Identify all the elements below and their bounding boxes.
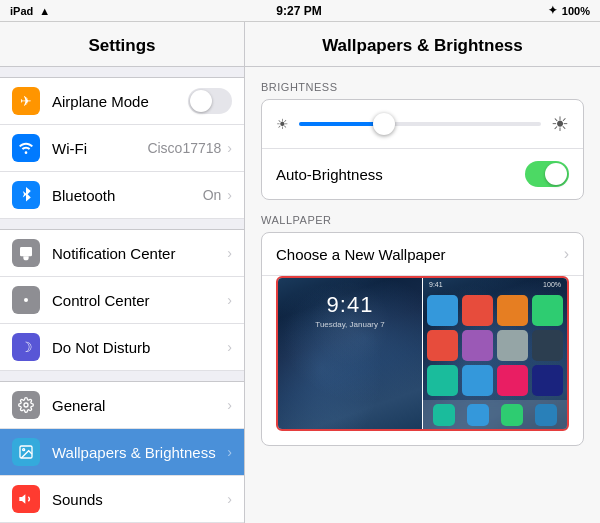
dock-icon-4 [535, 404, 557, 426]
app-icon-4 [532, 295, 563, 326]
general-chevron: › [227, 397, 232, 413]
home-status-right: 100% [543, 281, 561, 288]
bluetooth-icon: ✦ [548, 4, 557, 17]
app-icon-6 [462, 330, 493, 361]
lock-screen-bg: 9:41 Tuesday, January 7 [278, 278, 422, 429]
sidebar-label-donotdisturb: Do Not Disturb [52, 339, 227, 356]
detail-title: Wallpapers & Brightness [245, 22, 600, 67]
choose-wallpaper-row[interactable]: Choose a New Wallpaper › [262, 233, 583, 276]
sidebar-label-airplane: Airplane Mode [52, 93, 188, 110]
wifi-icon: ▲ [39, 5, 50, 17]
wallpaper-preview[interactable]: 9:41 Tuesday, January 7 9:41 100% [276, 276, 569, 431]
notifications-chevron: › [227, 245, 232, 261]
app-icon-2 [462, 295, 493, 326]
airplane-icon: ✈ [12, 87, 40, 115]
status-right: ✦ 100% [548, 4, 590, 17]
bluetooth-chevron: › [227, 187, 232, 203]
sidebar-spacer-3 [0, 371, 244, 381]
sidebar-label-general: General [52, 397, 227, 414]
app-icon-10 [462, 365, 493, 396]
donotdisturb-chevron: › [227, 339, 232, 355]
svg-point-3 [24, 403, 28, 407]
wallpaper-chevron: › [227, 444, 232, 460]
battery-percent: 100% [562, 5, 590, 17]
sidebar-label-wallpaper: Wallpapers & Brightness [52, 444, 227, 461]
sidebar-spacer-1 [0, 67, 244, 77]
sidebar-item-control[interactable]: Control Center › [0, 277, 244, 324]
lock-screen-preview[interactable]: 9:41 Tuesday, January 7 [278, 278, 422, 429]
sidebar-item-airplane[interactable]: ✈ Airplane Mode [0, 77, 244, 125]
sidebar-label-wifi: Wi-Fi [52, 140, 147, 157]
airplane-toggle[interactable] [188, 88, 232, 114]
app-icon-11 [497, 365, 528, 396]
status-time: 9:27 PM [276, 4, 321, 18]
control-chevron: › [227, 292, 232, 308]
sidebar-item-sounds[interactable]: Sounds › [0, 476, 244, 523]
app-icon-3 [497, 295, 528, 326]
donotdisturb-icon: ☽ [12, 333, 40, 361]
dock-icon-1 [433, 404, 455, 426]
app-icon-7 [497, 330, 528, 361]
sidebar-item-general[interactable]: General › [0, 381, 244, 429]
ipad-label: iPad [10, 5, 33, 17]
sun-large-icon: ☀ [551, 112, 569, 136]
sounds-chevron: › [227, 491, 232, 507]
bluetooth-icon [12, 181, 40, 209]
wallpaper-card: Choose a New Wallpaper › 9:41 Tuesday, J… [261, 232, 584, 446]
app-icon-12 [532, 365, 563, 396]
brightness-slider-row: ☀ ☀ [262, 100, 583, 149]
sidebar-title: Settings [0, 22, 244, 67]
home-dock [423, 400, 567, 429]
main-layout: Settings ✈ Airplane Mode Wi-F [0, 22, 600, 523]
wallpaper-section-header: WALLPAPER [261, 200, 584, 232]
slider-thumb[interactable] [373, 113, 395, 135]
status-left: iPad ▲ [10, 5, 50, 17]
wifi-value: Cisco17718 [147, 140, 221, 156]
app-icon-1 [427, 295, 458, 326]
auto-brightness-label: Auto-Brightness [276, 166, 515, 183]
home-status-bar: 9:41 100% [423, 278, 567, 291]
home-screen-preview[interactable]: 9:41 100% [422, 278, 567, 429]
sidebar-label-control: Control Center [52, 292, 227, 309]
slider-track [299, 122, 541, 126]
svg-rect-1 [20, 247, 32, 256]
wallpaper-icon [12, 438, 40, 466]
slider-fill [299, 122, 384, 126]
auto-brightness-toggle[interactable] [525, 161, 569, 187]
sidebar: Settings ✈ Airplane Mode Wi-F [0, 22, 245, 523]
choose-wallpaper-label: Choose a New Wallpaper [276, 246, 564, 263]
bluetooth-value: On [203, 187, 222, 203]
svg-point-0 [25, 151, 28, 154]
sidebar-group-1: ✈ Airplane Mode Wi-Fi Cisco17718 › [0, 77, 244, 219]
sidebar-group-2: Notification Center › Control Center › ☽… [0, 229, 244, 371]
wifi-icon [12, 134, 40, 162]
dock-icon-3 [501, 404, 523, 426]
sidebar-item-bluetooth[interactable]: Bluetooth On › [0, 172, 244, 219]
sidebar-item-wifi[interactable]: Wi-Fi Cisco17718 › [0, 125, 244, 172]
lock-time: 9:41 [327, 292, 374, 318]
app-icon-9 [427, 365, 458, 396]
sidebar-item-notifications[interactable]: Notification Center › [0, 229, 244, 277]
auto-brightness-row: Auto-Brightness [262, 149, 583, 199]
svg-marker-6 [19, 494, 25, 503]
sidebar-group-3: General › Wallpapers & Brightness › [0, 381, 244, 523]
svg-point-5 [23, 449, 25, 451]
sidebar-item-wallpaper[interactable]: Wallpapers & Brightness › [0, 429, 244, 476]
sounds-icon [12, 485, 40, 513]
status-bar: iPad ▲ 9:27 PM ✦ 100% [0, 0, 600, 22]
sidebar-label-sounds: Sounds [52, 491, 227, 508]
apps-grid [423, 291, 567, 400]
home-status-left: 9:41 [429, 281, 443, 288]
wifi-chevron: › [227, 140, 232, 156]
sun-small-icon: ☀ [276, 116, 289, 132]
control-icon [12, 286, 40, 314]
svg-point-2 [24, 298, 28, 302]
brightness-slider[interactable] [299, 114, 541, 134]
detail-content: BRIGHTNESS ☀ ☀ Auto-Brightness [245, 67, 600, 462]
sidebar-item-donotdisturb[interactable]: ☽ Do Not Disturb › [0, 324, 244, 371]
notification-icon [12, 239, 40, 267]
sidebar-label-bluetooth: Bluetooth [52, 187, 203, 204]
detail-panel: Wallpapers & Brightness BRIGHTNESS ☀ ☀ [245, 22, 600, 523]
dock-icon-2 [467, 404, 489, 426]
app-icon-5 [427, 330, 458, 361]
